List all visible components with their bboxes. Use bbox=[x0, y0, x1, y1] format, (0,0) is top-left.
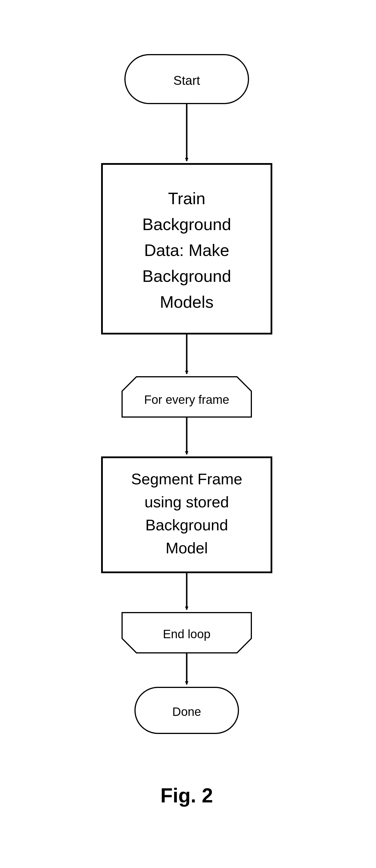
node-loop-end: End loop bbox=[122, 613, 251, 653]
node-start: Start bbox=[125, 55, 248, 103]
figure-caption: Fig. 2 bbox=[161, 784, 213, 807]
node-loop-start: For every frame bbox=[122, 377, 251, 417]
node-train-l5: Models bbox=[160, 292, 214, 311]
node-train-l2: Background bbox=[142, 215, 231, 234]
node-train-l3: Data: Make bbox=[144, 241, 230, 259]
node-segment-l2: using stored bbox=[144, 493, 229, 510]
node-segment: Segment Frame using stored Background Mo… bbox=[102, 457, 271, 572]
flowchart-svg: Start Train Background Data: Make Backgr… bbox=[0, 0, 376, 868]
node-segment-l4: Model bbox=[166, 539, 208, 557]
node-start-label: Start bbox=[173, 73, 200, 87]
node-loop-end-label: End loop bbox=[163, 627, 210, 641]
node-done-label: Done bbox=[172, 705, 201, 718]
node-segment-l3: Background bbox=[145, 516, 228, 533]
node-done: Done bbox=[135, 687, 238, 734]
figure-page: Start Train Background Data: Make Backgr… bbox=[0, 0, 376, 868]
node-segment-l1: Segment Frame bbox=[131, 470, 242, 488]
node-train-l4: Background bbox=[142, 267, 231, 285]
node-loop-start-label: For every frame bbox=[144, 393, 229, 406]
node-train: Train Background Data: Make Background M… bbox=[102, 164, 271, 334]
node-train-l1: Train bbox=[168, 189, 205, 208]
